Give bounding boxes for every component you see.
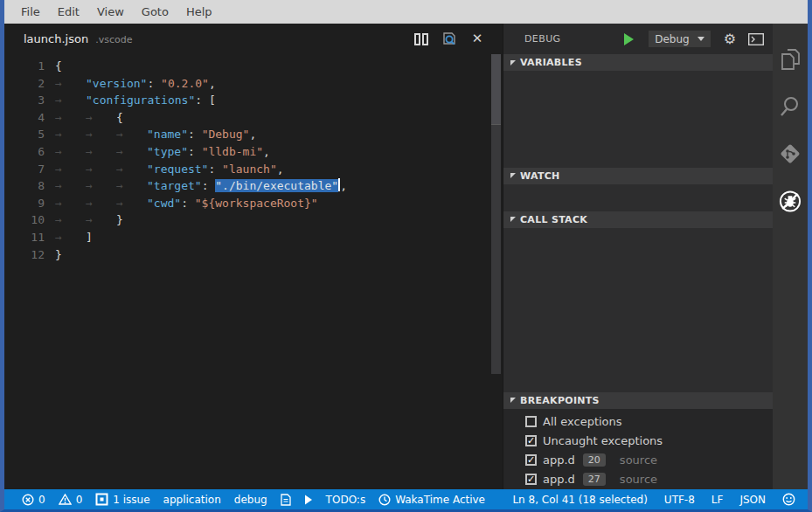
line-number: 1 [4, 58, 45, 75]
section-callstack[interactable]: CALL STACK [503, 211, 773, 228]
scrollbar-thumb[interactable] [491, 54, 501, 125]
gear-icon[interactable]: ⚙ [724, 31, 736, 47]
status-item-error[interactable]: 0 [22, 494, 45, 506]
chevron-down-icon [697, 37, 704, 41]
status-item-application[interactable]: application [163, 494, 221, 506]
code-editor[interactable]: 1{2→"version": "0.2.0",3→"configurations… [4, 54, 503, 489]
code-line[interactable]: 2→"version": "0.2.0", [4, 75, 503, 93]
debug-icon[interactable] [779, 190, 802, 212]
status-item-label: TODO:s [326, 494, 366, 506]
status-item-json[interactable]: JSON [739, 494, 766, 506]
debug-console-icon[interactable] [748, 33, 764, 45]
tab-whitespace-arrow: → [86, 177, 116, 195]
code-token: : [208, 163, 222, 176]
status-item-warning[interactable]: 0 [59, 494, 83, 506]
code-token: "${workspaceRoot}" [195, 197, 318, 210]
line-number: 6 [4, 143, 45, 161]
checkbox-checked[interactable]: ✓ [525, 454, 537, 466]
menu-item-edit[interactable]: Edit [49, 2, 88, 22]
menu-item-file[interactable]: File [12, 2, 49, 22]
status-item-label: 0 [76, 494, 83, 506]
code-line[interactable]: 5→→→"name": "Debug", [4, 126, 503, 143]
debug-config-dropdown[interactable]: Debug [648, 30, 711, 48]
section-variables[interactable]: VARIABLES [503, 54, 773, 71]
status-item-dubfile[interactable] [281, 494, 291, 506]
status-item-smiley[interactable] [782, 493, 795, 506]
breakpoint-row[interactable]: ✓Uncaught exceptions [503, 432, 773, 451]
twistie-icon [510, 173, 516, 178]
tab-launch-json[interactable]: launch.json .vscode [24, 32, 132, 45]
code-token: ] [86, 231, 93, 244]
code-token: , [263, 145, 270, 158]
close-icon[interactable]: ✕ [469, 32, 485, 46]
section-watch[interactable]: WATCH [503, 168, 773, 184]
code-line[interactable]: 6→→→"type": "lldb-mi", [4, 143, 503, 161]
variables-body [503, 71, 773, 168]
code-token: : [181, 197, 195, 210]
line-number: 2 [4, 75, 45, 93]
tab-whitespace-arrow: → [116, 143, 147, 161]
start-debug-icon[interactable] [624, 33, 634, 45]
code-token: : [188, 128, 202, 141]
status-item-label: UTF-8 [664, 494, 695, 506]
watch-body [503, 184, 773, 211]
code-line[interactable]: 1{ [4, 58, 503, 75]
breakpoint-row[interactable]: ✓app.d27source [503, 470, 773, 489]
open-preview-icon[interactable] [441, 32, 457, 46]
line-number: 4 [4, 109, 45, 127]
vscode-window: FileEditViewGotoHelp launch.json .vscode… [0, 0, 812, 512]
menu-item-view[interactable]: View [88, 2, 133, 22]
code-token: } [55, 248, 62, 261]
status-item-clock[interactable]: WakaTime Active [378, 494, 485, 506]
breakpoint-label: Uncaught exceptions [543, 434, 663, 447]
status-item-ln-8-col-41-18-selected[interactable]: Ln 8, Col 41 (18 selected) [512, 494, 647, 506]
section-breakpoints[interactable]: BREAKPOINTS [503, 392, 773, 409]
breakpoint-row[interactable]: ✓app.d20source [503, 451, 773, 470]
issues-icon [95, 493, 108, 506]
code-token: "0.2.0" [161, 77, 209, 90]
explorer-icon[interactable] [779, 48, 802, 71]
status-item-play[interactable] [304, 495, 313, 505]
code-line[interactable]: 12} [4, 246, 503, 264]
editor-scrollbar[interactable] [491, 54, 501, 374]
debug-sidebar: DEBUG Debug ⚙ VARIABLES WATCH [503, 24, 773, 489]
breakpoint-row[interactable]: All exceptions [503, 412, 773, 432]
code-token: : [ [195, 93, 215, 107]
menu-item-help[interactable]: Help [177, 2, 221, 22]
code-line[interactable]: 11→] [4, 229, 503, 246]
tab-whitespace-arrow: → [116, 126, 147, 143]
code-line[interactable]: 4→→{ [4, 109, 503, 127]
tab-whitespace-arrow: → [86, 126, 116, 143]
main-area: launch.json .vscode ✕ 1{2→"versio [4, 24, 808, 489]
checkbox-checked[interactable]: ✓ [525, 435, 537, 446]
status-item-label: application [163, 494, 221, 506]
status-item-todo-s[interactable]: TODO:s [326, 494, 366, 506]
code-line[interactable]: 9→→→"cwd": "${workspaceRoot}" [4, 195, 503, 212]
line-number: 11 [4, 229, 45, 246]
status-item-issues[interactable]: 1 issue [95, 493, 149, 506]
status-item-label: Ln 8, Col 41 (18 selected) [512, 494, 647, 506]
status-item-lf[interactable]: LF [711, 494, 724, 506]
code-line[interactable]: 7→→→"request": "launch", [4, 161, 503, 178]
tab-whitespace-arrow: → [86, 109, 116, 127]
line-badge: 27 [583, 473, 606, 486]
activity-bar [773, 24, 808, 489]
checkbox-unchecked[interactable] [525, 416, 537, 427]
code-token: "cwd" [147, 197, 181, 210]
debug-config-label: Debug [655, 33, 689, 45]
search-icon[interactable] [779, 95, 802, 118]
status-item-utf-8[interactable]: UTF-8 [664, 494, 695, 506]
debug-panel-title: DEBUG Debug ⚙ [503, 24, 773, 54]
breakpoint-label: app.d [543, 473, 575, 486]
tab-whitespace-arrow: → [55, 75, 86, 93]
code-token: : [147, 77, 161, 90]
split-editor-icon[interactable] [413, 32, 429, 46]
code-line[interactable]: 10→→} [4, 211, 503, 229]
checkbox-checked[interactable]: ✓ [525, 474, 537, 485]
source-control-icon[interactable] [779, 142, 802, 165]
menu-item-goto[interactable]: Goto [133, 2, 177, 22]
status-item-debug[interactable]: debug [234, 494, 267, 506]
tab-whitespace-arrow: → [55, 211, 86, 229]
code-line[interactable]: 8→→→"target": "./bin/executable", [4, 177, 503, 195]
code-line[interactable]: 3→"configurations": [ [4, 92, 503, 109]
